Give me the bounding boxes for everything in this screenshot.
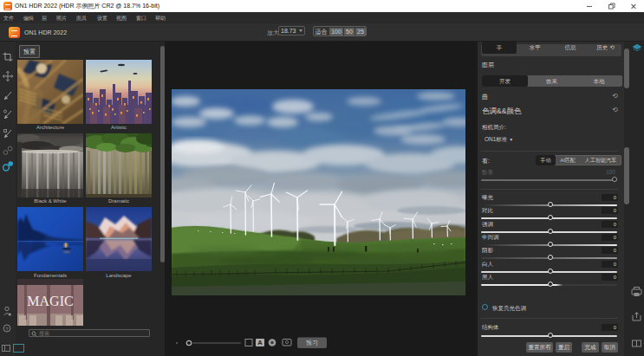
svg-text:MAGIC: MAGIC (27, 294, 73, 308)
svg-text:A: A (257, 339, 263, 346)
svg-text:预习: 预习 (306, 340, 318, 346)
svg-text:?: ? (5, 327, 9, 332)
